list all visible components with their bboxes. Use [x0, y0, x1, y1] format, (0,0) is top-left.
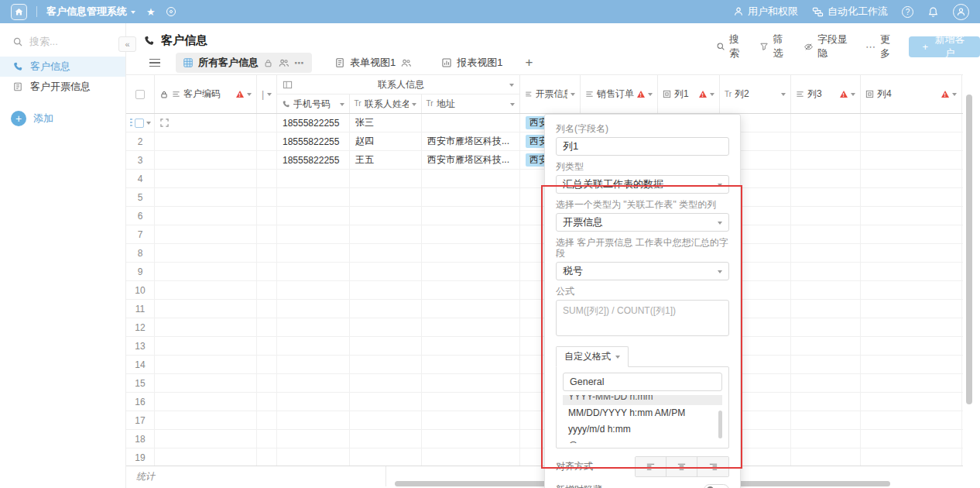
vertical-scrollbar[interactable] [966, 95, 972, 404]
cell-customer-code[interactable] [155, 393, 257, 411]
cell-truncated[interactable] [257, 300, 277, 318]
align-right-button[interactable] [697, 457, 728, 476]
cell-col3[interactable] [791, 337, 861, 355]
cell-contact-name[interactable] [350, 356, 422, 373]
cell-contact-name[interactable] [350, 448, 422, 466]
view-list-icon[interactable] [149, 59, 160, 67]
cell-address[interactable] [422, 170, 520, 187]
cell-customer-code[interactable] [155, 132, 257, 150]
cell-truncated[interactable] [257, 393, 277, 411]
cell-phone[interactable] [277, 356, 350, 373]
sidebar-search[interactable] [0, 23, 125, 57]
cell-col3[interactable] [791, 393, 861, 411]
row-number-cell[interactable]: 8 [126, 244, 155, 262]
field-name-input[interactable] [556, 137, 729, 156]
column-header-col4[interactable]: 列4 [861, 75, 962, 113]
align-center-button[interactable] [666, 457, 697, 476]
cell-address[interactable] [422, 300, 520, 318]
column-header-col1[interactable]: 列1 [658, 75, 720, 113]
cell-truncated[interactable] [257, 170, 277, 187]
cell-col3[interactable] [791, 430, 861, 448]
chevron-down-icon[interactable] [952, 93, 957, 98]
cell-col4[interactable] [861, 374, 962, 392]
cell-address[interactable]: 西安市雁塔区科技... [422, 132, 520, 150]
cell-truncated[interactable] [257, 411, 277, 429]
cell-address[interactable] [422, 318, 520, 336]
cell-customer-code[interactable] [155, 337, 257, 355]
cell-customer-code[interactable] [155, 374, 257, 392]
cell-address[interactable] [422, 281, 520, 299]
bell-icon[interactable] [927, 6, 939, 18]
app-title-menu[interactable]: 客户信息管理系统 [46, 5, 135, 19]
cell-col4[interactable] [861, 318, 962, 336]
cell-customer-code[interactable] [155, 225, 257, 243]
search-input[interactable] [29, 36, 107, 47]
cell-contact-name[interactable] [350, 207, 422, 225]
cell-col3[interactable] [791, 170, 861, 187]
cell-col4[interactable] [861, 188, 962, 206]
select-all-checkbox[interactable] [135, 90, 145, 99]
list-scrollbar[interactable] [718, 411, 722, 438]
formula-textarea[interactable] [556, 300, 729, 336]
cell-col4[interactable] [861, 151, 962, 169]
row-number-cell[interactable]: 13 [126, 337, 155, 355]
chevron-down-icon[interactable] [146, 122, 151, 127]
row-number-cell[interactable]: 15 [126, 374, 155, 392]
help-icon[interactable]: ? [902, 6, 913, 18]
column-header-phone[interactable]: 手机号码 [277, 95, 350, 113]
cell-contact-name[interactable] [350, 337, 422, 355]
cell-customer-code[interactable] [155, 207, 257, 225]
cell-col4[interactable] [861, 114, 962, 132]
select-all-cell[interactable] [126, 75, 155, 113]
cell-customer-code[interactable] [155, 263, 257, 280]
cell-truncated[interactable] [257, 318, 277, 336]
row-number-cell[interactable]: 19 [126, 448, 155, 466]
cell-col3[interactable] [791, 151, 861, 169]
cell-col3[interactable] [791, 356, 861, 373]
cell-col4[interactable] [861, 244, 962, 262]
cell-phone[interactable]: 18555822255 [277, 114, 350, 132]
chevron-down-icon[interactable] [340, 103, 344, 108]
cell-col4[interactable] [861, 337, 962, 355]
cell-truncated[interactable] [257, 337, 277, 355]
sidebar-item-customer-invoice-info[interactable]: 客户开票信息 [0, 77, 125, 97]
row-number-cell[interactable]: 14 [126, 356, 155, 373]
cell-customer-code[interactable] [155, 448, 257, 466]
cell-address[interactable] [422, 356, 520, 373]
cell-col3[interactable] [791, 300, 861, 318]
sidebar-add-button[interactable]: + 添加 [0, 108, 125, 129]
relation-column-select[interactable]: 开票信息 [556, 213, 729, 232]
cell-address[interactable] [422, 337, 520, 355]
row-number-cell[interactable]: 11 [126, 300, 155, 318]
custom-format-tab[interactable]: 自定义格式 [556, 346, 629, 367]
cell-col3[interactable] [791, 374, 861, 392]
sidebar-item-customer-info[interactable]: 客户信息 [0, 57, 125, 77]
avatar[interactable] [953, 4, 969, 20]
cell-col4[interactable] [861, 225, 962, 243]
cell-phone[interactable] [277, 411, 350, 429]
cell-address[interactable] [422, 244, 520, 262]
chevron-down-icon[interactable] [509, 84, 514, 89]
cell-contact-name[interactable] [350, 281, 422, 299]
cell-col4[interactable] [861, 207, 962, 225]
cell-col4[interactable] [861, 263, 962, 280]
cell-contact-name[interactable] [350, 263, 422, 280]
cell-truncated[interactable] [257, 430, 277, 448]
cell-contact-name[interactable] [350, 188, 422, 206]
cell-col4[interactable] [861, 132, 962, 150]
column-header-col2[interactable]: Tr 列2 [720, 75, 791, 113]
row-number-cell[interactable]: 7 [126, 225, 155, 243]
cell-customer-code[interactable] [155, 114, 257, 132]
cell-col3[interactable] [791, 225, 861, 243]
chevron-down-icon[interactable] [571, 93, 575, 98]
hide-on-create-toggle[interactable] [704, 484, 729, 488]
cell-phone[interactable]: 18555822255 [277, 151, 350, 169]
cell-address[interactable] [422, 114, 520, 132]
cell-phone[interactable] [277, 374, 350, 392]
favorite-star-icon[interactable]: ★ [146, 6, 156, 18]
cell-col3[interactable] [791, 318, 861, 336]
cell-address[interactable] [422, 225, 520, 243]
cell-truncated[interactable] [257, 281, 277, 299]
group-header-contact[interactable]: 联系人信息 [277, 75, 519, 95]
align-left-button[interactable] [636, 457, 666, 476]
